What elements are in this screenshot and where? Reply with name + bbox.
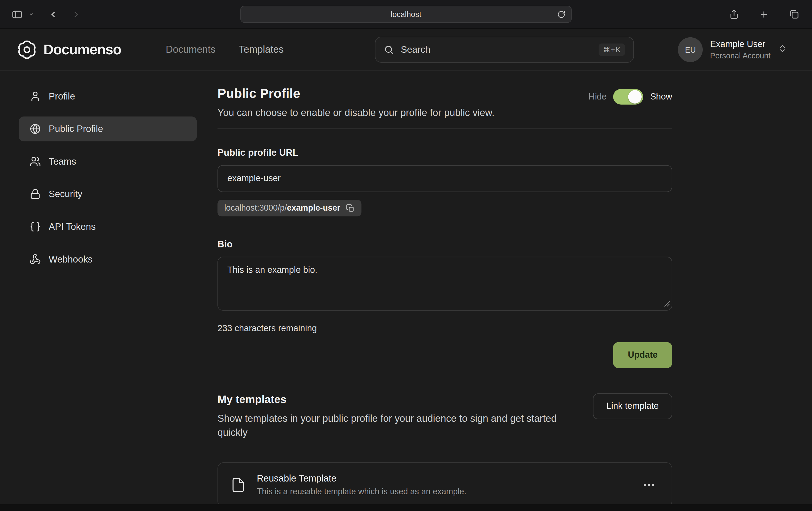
- sidebar-item-api-tokens[interactable]: API Tokens: [19, 214, 197, 239]
- share-icon[interactable]: [725, 5, 743, 23]
- app-header: Documenso Documents Templates ⌘+K EU Exa…: [0, 29, 812, 71]
- copy-url-button[interactable]: [346, 204, 355, 212]
- sidebar-item-label: Public Profile: [49, 124, 103, 134]
- public-profile-settings: Public Profile You can choose to enable …: [218, 71, 672, 507]
- brand-name: Documenso: [44, 42, 121, 58]
- my-templates-title: My templates: [218, 393, 575, 406]
- sidebar-item-label: Security: [49, 189, 83, 200]
- template-description: This is a reusable template which is use…: [257, 487, 467, 497]
- webhook-icon: [29, 253, 41, 265]
- address-bar-url: localhost: [390, 10, 421, 19]
- toggle-hide-label: Hide: [588, 92, 607, 102]
- sidebar-item-label: API Tokens: [49, 221, 96, 232]
- profile-visibility-toggle[interactable]: [613, 89, 643, 104]
- search-input[interactable]: [401, 44, 592, 55]
- address-bar[interactable]: localhost: [240, 6, 572, 23]
- user-menu[interactable]: EU Example User Personal Account: [678, 37, 787, 62]
- nav-documents[interactable]: Documents: [166, 44, 215, 55]
- users-icon: [29, 156, 41, 167]
- avatar: EU: [678, 37, 703, 62]
- divider: [218, 128, 672, 129]
- page-title: Public Profile: [218, 86, 494, 101]
- sidebar-item-webhooks[interactable]: Webhooks: [19, 247, 197, 272]
- user-account-type: Personal Account: [710, 51, 771, 60]
- sidebar-item-security[interactable]: Security: [19, 182, 197, 207]
- my-templates-description: Show templates in your public profile fo…: [218, 412, 575, 440]
- share-url-text: localhost:3000/p/example-user: [224, 203, 340, 212]
- brand[interactable]: Documenso: [17, 40, 121, 59]
- lock-icon: [29, 188, 41, 200]
- page-subtitle: You can choose to enable or disable your…: [218, 107, 494, 118]
- sidebar-item-label: Webhooks: [49, 254, 92, 265]
- template-card[interactable]: Reusable Template This is a reusable tem…: [218, 462, 672, 508]
- profile-url-label: Public profile URL: [218, 148, 672, 158]
- template-name: Reusable Template: [257, 473, 467, 484]
- chevrons-up-down-icon: [778, 44, 787, 55]
- new-tab-icon[interactable]: [755, 5, 773, 23]
- global-search[interactable]: ⌘+K: [375, 37, 634, 63]
- browser-toolbar: localhost: [0, 0, 812, 29]
- forward-icon[interactable]: [67, 5, 85, 23]
- sidebar-item-label: Teams: [49, 156, 76, 167]
- toggle-knob: [628, 90, 642, 103]
- share-url-pill[interactable]: localhost:3000/p/example-user: [218, 200, 361, 216]
- more-menu-icon[interactable]: [639, 479, 660, 491]
- settings-sidebar: Profile Public Profile Teams Security AP…: [0, 71, 218, 507]
- search-shortcut: ⌘+K: [599, 43, 625, 56]
- safari-window: localhost Documenso Do: [0, 0, 812, 511]
- main-nav: Documents Templates: [166, 44, 284, 55]
- copy-icon: [346, 204, 355, 212]
- sidebar-item-teams[interactable]: Teams: [19, 149, 197, 174]
- braces-icon: [29, 221, 41, 233]
- documenso-logo-icon: [17, 40, 37, 59]
- window-bottom-edge: [0, 504, 812, 511]
- characters-remaining: 233 characters remaining: [218, 324, 672, 334]
- resize-handle-icon[interactable]: [664, 300, 670, 309]
- sidebar-item-public-profile[interactable]: Public Profile: [19, 117, 197, 142]
- sidebar-item-profile[interactable]: Profile: [19, 84, 197, 109]
- back-icon[interactable]: [45, 5, 62, 23]
- user-name: Example User: [710, 39, 771, 50]
- sidebar-toggle-icon[interactable]: [8, 5, 26, 23]
- profile-url-input[interactable]: [218, 165, 672, 192]
- globe-icon: [29, 123, 41, 134]
- bio-textarea[interactable]: This is an example bio.: [218, 257, 672, 311]
- update-button[interactable]: Update: [613, 342, 672, 368]
- chevron-down-icon[interactable]: [27, 5, 35, 23]
- nav-templates[interactable]: Templates: [239, 44, 284, 55]
- toggle-show-label: Show: [650, 92, 672, 102]
- reload-icon[interactable]: [557, 10, 566, 20]
- link-template-button[interactable]: Link template: [593, 393, 672, 419]
- bio-label: Bio: [218, 239, 672, 250]
- tab-overview-icon[interactable]: [785, 5, 803, 23]
- file-icon: [230, 476, 246, 494]
- user-icon: [29, 91, 41, 102]
- search-icon: [384, 44, 394, 55]
- sidebar-item-label: Profile: [49, 91, 75, 102]
